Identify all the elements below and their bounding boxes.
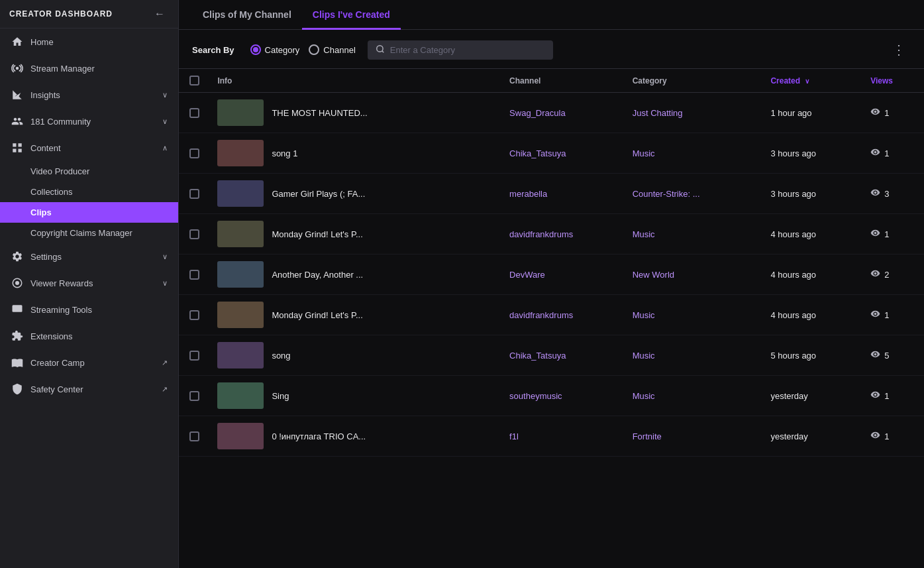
category-link[interactable]: New World xyxy=(633,270,674,280)
sidebar-item-settings[interactable]: Settings ∨ xyxy=(0,243,178,270)
insights-icon xyxy=(11,88,24,101)
category-link[interactable]: Fortnite xyxy=(633,431,662,441)
row-channel-cell: Chika_Tatsuya xyxy=(501,335,625,376)
sidebar-item-streaming-tools[interactable]: Streaming Tools xyxy=(0,296,178,323)
radio-group: Category Channel xyxy=(250,44,356,55)
svg-point-8 xyxy=(377,45,383,51)
row-created-value: 1 hour ago xyxy=(770,108,811,118)
sidebar-item-video-producer[interactable]: Video Producer xyxy=(0,161,178,182)
sidebar-item-community[interactable]: 181 Community ∨ xyxy=(0,108,178,135)
th-info: Info xyxy=(209,69,501,93)
select-all-checkbox[interactable] xyxy=(189,76,199,85)
channel-link[interactable]: merabella xyxy=(509,189,547,199)
thumbnail-placeholder xyxy=(217,180,264,207)
sidebar-item-safety-center[interactable]: Safety Center ↗ xyxy=(0,376,178,402)
row-checkbox[interactable] xyxy=(189,189,199,199)
row-created-cell: 1 hour ago xyxy=(762,93,862,133)
row-created-cell: 4 hours ago xyxy=(762,214,862,255)
settings-chevron-icon: ∨ xyxy=(162,253,168,261)
channel-link[interactable]: DevWare xyxy=(509,270,545,280)
category-link[interactable]: Music xyxy=(633,310,655,320)
more-options-button[interactable]: ⋮ xyxy=(887,39,911,60)
tab-clips-of-my-channel[interactable]: Clips of My Channel xyxy=(192,0,302,30)
sidebar-viewer-rewards-label: Viewer Rewards xyxy=(30,278,93,288)
row-created-value: 3 hours ago xyxy=(770,189,816,199)
row-category-cell: Music xyxy=(625,214,763,255)
sidebar-item-collections[interactable]: Collections xyxy=(0,182,178,202)
community-icon xyxy=(11,115,24,128)
sidebar-item-copyright-claims-manager[interactable]: Copyright Claims Manager xyxy=(0,223,178,243)
sidebar-item-home[interactable]: Home xyxy=(0,28,178,55)
row-checkbox[interactable] xyxy=(189,270,199,280)
eye-icon xyxy=(870,268,880,280)
category-link[interactable]: Just Chatting xyxy=(633,108,683,118)
sidebar-item-creator-camp[interactable]: Creator Camp ↗ xyxy=(0,349,178,376)
row-category-cell: Music xyxy=(625,335,763,376)
row-checkbox[interactable] xyxy=(189,229,199,239)
row-checkbox[interactable] xyxy=(189,351,199,361)
channel-link[interactable]: Swag_Dracula xyxy=(509,108,566,118)
stream-manager-icon xyxy=(11,62,24,75)
eye-icon xyxy=(870,107,880,119)
channel-link[interactable]: davidfrankdrums xyxy=(509,229,573,239)
th-checkbox xyxy=(179,69,209,93)
table-row: THE MOST HAUNTED... Swag_Dracula Just Ch… xyxy=(179,93,924,133)
row-info-cell: THE MOST HAUNTED... xyxy=(209,93,501,133)
sidebar-copyright-label: Copyright Claims Manager xyxy=(30,228,132,238)
row-checkbox[interactable] xyxy=(189,310,199,320)
row-checkbox[interactable] xyxy=(189,431,199,441)
sidebar-item-content[interactable]: Content ∧ xyxy=(0,135,178,161)
category-link[interactable]: Music xyxy=(633,391,655,401)
category-link[interactable]: Music xyxy=(633,148,655,158)
channel-link[interactable]: Chika_Tatsuya xyxy=(509,351,566,361)
row-checkbox[interactable] xyxy=(189,108,199,118)
category-link[interactable]: Counter-Strike: ... xyxy=(633,189,700,199)
table-header: Info Channel Category Created ∨ Views xyxy=(179,69,924,93)
table-body: THE MOST HAUNTED... Swag_Dracula Just Ch… xyxy=(179,93,924,457)
clip-thumbnail xyxy=(217,382,264,409)
sidebar-collapse-button[interactable]: ← xyxy=(150,7,169,21)
category-link[interactable]: Music xyxy=(633,351,655,361)
row-views-value: 1 xyxy=(884,108,889,118)
thumbnail-placeholder xyxy=(217,382,264,409)
sidebar-home-label: Home xyxy=(30,37,54,47)
tabs-bar: Clips of My Channel Clips I've Created xyxy=(179,0,924,30)
row-created-value: 3 hours ago xyxy=(770,148,816,158)
th-views[interactable]: Views xyxy=(862,69,924,93)
row-created-value: 4 hours ago xyxy=(770,229,816,239)
tab-clips-ive-created[interactable]: Clips I've Created xyxy=(302,0,401,30)
eye-icon xyxy=(870,188,880,199)
row-category-cell: New World xyxy=(625,255,763,295)
clip-title: Monday Grind! Let's P... xyxy=(272,310,362,320)
row-created-cell: 4 hours ago xyxy=(762,295,862,335)
sidebar-item-insights[interactable]: Insights ∨ xyxy=(0,82,178,108)
clip-thumbnail xyxy=(217,423,264,449)
row-channel-cell: merabella xyxy=(501,174,625,214)
row-checkbox[interactable] xyxy=(189,148,199,158)
channel-link[interactable]: davidfrankdrums xyxy=(509,310,573,320)
safety-center-external-icon: ↗ xyxy=(162,385,168,394)
radio-channel[interactable]: Channel xyxy=(309,44,355,55)
row-checkbox[interactable] xyxy=(189,391,199,401)
row-info-cell: song 1 xyxy=(209,133,501,174)
sidebar-creator-camp-label: Creator Camp xyxy=(30,358,85,368)
sidebar-item-stream-manager[interactable]: Stream Manager xyxy=(0,55,178,82)
channel-link[interactable]: f1l xyxy=(509,431,519,441)
th-category: Category xyxy=(625,69,763,93)
table-row: song 1 Chika_Tatsuya Music 3 hours ago 1 xyxy=(179,133,924,174)
table-row: song Chika_Tatsuya Music 5 hours ago 5 xyxy=(179,335,924,376)
insights-chevron-icon: ∨ xyxy=(162,91,168,99)
category-link[interactable]: Music xyxy=(633,229,655,239)
row-checkbox-cell xyxy=(179,376,209,416)
sidebar-item-extensions[interactable]: Extensions xyxy=(0,323,178,349)
th-created[interactable]: Created ∨ xyxy=(762,69,862,93)
sidebar-item-viewer-rewards[interactable]: Viewer Rewards ∨ xyxy=(0,270,178,296)
channel-link[interactable]: Chika_Tatsuya xyxy=(509,148,566,158)
sidebar-item-clips[interactable]: Clips xyxy=(0,202,178,223)
search-input[interactable] xyxy=(390,45,545,55)
radio-category[interactable]: Category xyxy=(250,44,300,55)
row-category-cell: Just Chatting xyxy=(625,93,763,133)
sidebar-streaming-tools-label: Streaming Tools xyxy=(30,305,92,315)
channel-link[interactable]: southeymusic xyxy=(509,391,562,401)
thumbnail-placeholder xyxy=(217,342,264,369)
